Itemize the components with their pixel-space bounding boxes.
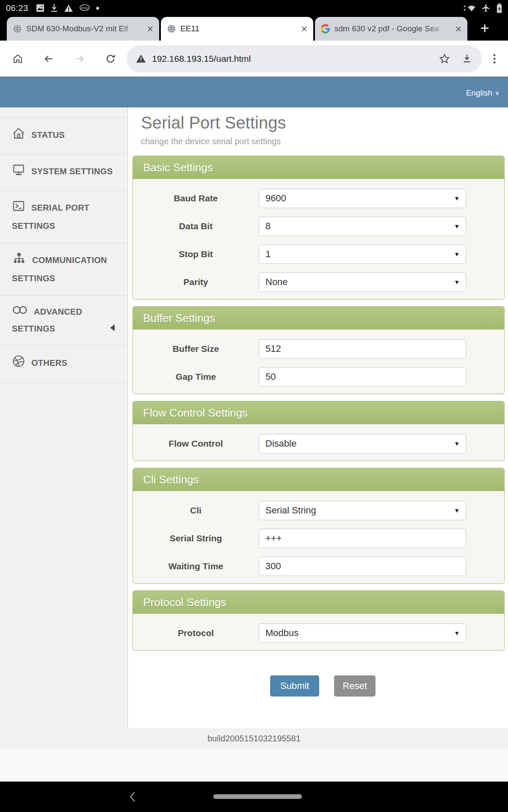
new-tab-button[interactable]: +	[475, 19, 494, 38]
tab-close-button[interactable]: ×	[147, 24, 153, 34]
star-icon	[439, 53, 450, 65]
build-version: build2005151032195581	[207, 734, 301, 743]
reload-button[interactable]	[98, 47, 123, 71]
selected-value: Serial String	[265, 505, 316, 516]
home-icon	[12, 53, 23, 64]
google-icon	[321, 24, 330, 33]
language-selector[interactable]: English ∨	[466, 77, 500, 108]
back-chevron-icon	[128, 790, 137, 803]
selected-value: Modbus	[265, 628, 298, 639]
forward-button[interactable]	[67, 47, 92, 71]
dropdown-arrow-icon: ▼	[454, 507, 460, 514]
url-text[interactable]: 192.168.193.15/uart.html	[152, 54, 428, 64]
baud-rate-select[interactable]: 9600	[259, 189, 466, 208]
browser-menu-button[interactable]	[486, 47, 503, 71]
collapse-left-icon	[110, 324, 115, 331]
cli-select[interactable]: Serial String	[259, 501, 466, 520]
sidebar-item-communication-settings[interactable]: COMMUNICATION SETTINGS	[0, 243, 127, 295]
download-icon	[461, 53, 472, 64]
field-label: Parity	[133, 277, 259, 287]
field-label: Serial String	[133, 533, 259, 543]
download-page-button[interactable]	[461, 53, 472, 64]
battery-charging-icon	[497, 3, 502, 13]
form-actions: Submit Reset	[270, 675, 508, 697]
site-header: English ∨	[0, 77, 508, 107]
sidebar-item-label: SYSTEM SETTINGS	[31, 167, 113, 176]
android-status-bar: 06:23 ebay	[0, 0, 508, 16]
tab-close-button[interactable]: ×	[301, 24, 307, 34]
form-row-stop-bit: Stop Bit1▼	[133, 244, 504, 264]
panel-header: Flow Control Settings	[133, 401, 504, 424]
ball-icon	[12, 354, 25, 373]
forward-arrow-icon	[74, 53, 85, 64]
parity-select[interactable]: None	[259, 272, 466, 292]
form-row-parity: ParityNone▼	[133, 272, 504, 292]
tab-ee11[interactable]: EE11×	[161, 17, 313, 41]
svg-text:ebay: ebay	[81, 6, 88, 10]
tab-title: EE11	[180, 24, 297, 33]
panel-basic-settings: Basic SettingsBaud Rate9600▼Data Bit8▼St…	[133, 156, 505, 299]
protocol-select[interactable]: Modbus	[259, 623, 466, 643]
sidebar-item-others[interactable]: OTHERS	[0, 346, 127, 382]
language-label: English	[466, 88, 492, 98]
tab-sdm-630-v2-pdf-google-sea[interactable]: sdm 630 v2 pdf - Google Sea×	[315, 17, 467, 41]
sidebar-item-system-settings[interactable]: SYSTEM SETTINGS	[0, 154, 127, 190]
flow-control-select[interactable]: Disable	[259, 434, 466, 453]
back-button[interactable]	[36, 47, 61, 71]
page-title: Serial Port Settings	[141, 113, 508, 132]
page-subtitle: change the device serial port settings	[141, 137, 508, 146]
buffer-size-input[interactable]	[259, 339, 466, 359]
form-row-data-bit: Data Bit8▼	[133, 217, 504, 236]
notification-dot	[96, 7, 99, 10]
panel-flow-control-settings: Flow Control SettingsFlow ControlDisable…	[133, 401, 505, 461]
terminal-icon	[12, 199, 25, 218]
globe-icon	[13, 24, 22, 33]
globe-icon	[167, 24, 176, 33]
android-home-pill[interactable]	[213, 794, 302, 799]
sidebar-item-advanced-settings[interactable]: ADVANCED SETTINGS	[0, 295, 127, 346]
infinity-icon	[12, 304, 28, 321]
tab-sdm-630-modbus-v2-mit-elf[interactable]: SDM 630-Modbus-V2 mit Elf×	[7, 17, 159, 41]
url-bar[interactable]: 192.168.193.15/uart.html	[127, 45, 482, 72]
tab-close-button[interactable]: ×	[455, 24, 461, 34]
field-label: Cli	[133, 505, 259, 516]
warning-icon	[64, 4, 73, 12]
panel-header: Cli Settings	[133, 468, 504, 491]
sidebar-item-serial-port-settings[interactable]: SERIAL PORT SETTINGS	[0, 190, 127, 243]
panel-header: Basic Settings	[133, 156, 504, 179]
reset-button[interactable]: Reset	[334, 675, 375, 697]
bottom-gutter	[0, 749, 508, 782]
dropdown-arrow-icon: ▼	[454, 279, 460, 285]
chevron-down-icon: ∨	[495, 89, 500, 97]
stop-bit-select[interactable]: 1	[259, 244, 466, 264]
serial-string-input[interactable]	[259, 529, 466, 548]
selected-value: None	[265, 277, 288, 288]
main-content: Serial Port Settings change the device s…	[128, 107, 508, 697]
panel-header: Protocol Settings	[133, 591, 504, 614]
android-back-button[interactable]	[128, 790, 137, 803]
build-footer: build2005151032195581	[0, 728, 508, 749]
dropdown-arrow-icon: ▼	[454, 251, 460, 258]
site-not-secure-icon	[136, 54, 146, 63]
form-row-baud-rate: Baud Rate9600▼	[133, 189, 504, 208]
submit-button[interactable]: Submit	[270, 675, 319, 697]
screenshot-icon	[36, 4, 44, 12]
browser-tab-strip: SDM 630-Modbus-V2 mit Elf×EE11×sdm 630 v…	[0, 16, 508, 41]
form-row-cli: CliSerial String▼	[133, 501, 504, 520]
sitemap-icon	[12, 252, 26, 271]
bookmark-star-button[interactable]	[439, 53, 450, 65]
dropdown-arrow-icon: ▼	[454, 195, 460, 202]
home-icon	[12, 126, 25, 145]
monitor-icon	[12, 163, 25, 182]
data-bit-select[interactable]: 8	[259, 217, 466, 236]
dropdown-arrow-icon: ▼	[454, 630, 460, 636]
panel-header: Buffer Settings	[133, 307, 504, 329]
field-label: Baud Rate	[133, 193, 259, 203]
gap-time-input[interactable]	[259, 367, 466, 387]
home-button[interactable]	[5, 47, 30, 71]
panel-protocol-settings: Protocol SettingsProtocolModbus▼	[133, 590, 505, 650]
sidebar-item-status[interactable]: STATUS	[0, 118, 127, 154]
waiting-time-input[interactable]	[259, 557, 466, 576]
selected-value: Disable	[265, 438, 296, 449]
dropdown-arrow-icon: ▼	[454, 440, 460, 447]
